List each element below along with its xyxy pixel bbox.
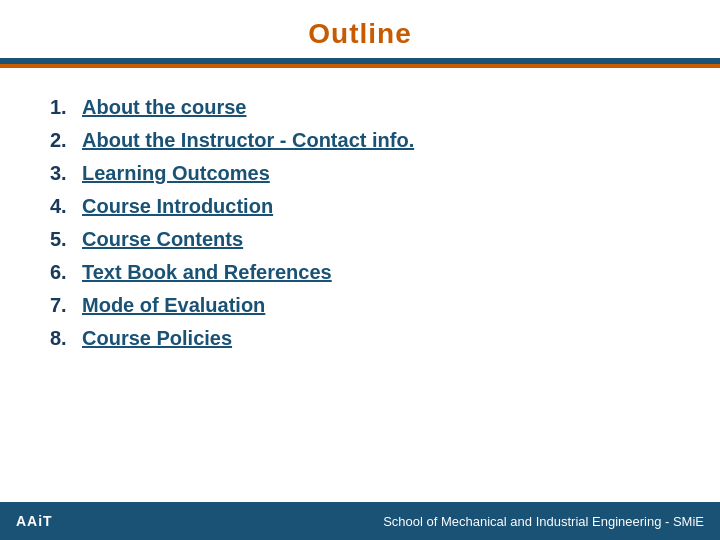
item-link[interactable]: Course Contents [82, 228, 243, 251]
item-number: 5. [50, 228, 82, 251]
list-item: 1.About the course [50, 96, 670, 119]
list-item: 2.About the Instructor - Contact info. [50, 129, 670, 152]
item-link[interactable]: About the course [82, 96, 246, 119]
footer-bar: AAiT School of Mechanical and Industrial… [0, 502, 720, 540]
item-link[interactable]: Mode of Evaluation [82, 294, 265, 317]
title-section: Outline [0, 0, 720, 58]
page-title: Outline [308, 18, 411, 49]
item-number: 1. [50, 96, 82, 119]
footer-right: School of Mechanical and Industrial Engi… [383, 514, 704, 529]
item-link[interactable]: Course Policies [82, 327, 232, 350]
list-item: 7.Mode of Evaluation [50, 294, 670, 317]
item-number: 3. [50, 162, 82, 185]
list-item: 6.Text Book and References [50, 261, 670, 284]
item-number: 4. [50, 195, 82, 218]
item-number: 6. [50, 261, 82, 284]
list-item: 5.Course Contents [50, 228, 670, 251]
item-number: 7. [50, 294, 82, 317]
item-number: 2. [50, 129, 82, 152]
list-item: 3.Learning Outcomes [50, 162, 670, 185]
footer-left: AAiT [16, 513, 53, 529]
item-link[interactable]: Learning Outcomes [82, 162, 270, 185]
item-link[interactable]: About the Instructor - Contact info. [82, 129, 414, 152]
outline-list: 1.About the course2.About the Instructor… [50, 96, 670, 360]
list-item: 8.Course Policies [50, 327, 670, 350]
page-container: Outline 1.About the course2.About the In… [0, 0, 720, 540]
item-link[interactable]: Text Book and References [82, 261, 332, 284]
list-item: 4.Course Introduction [50, 195, 670, 218]
content-area: 1.About the course2.About the Instructor… [0, 68, 720, 540]
item-number: 8. [50, 327, 82, 350]
item-link[interactable]: Course Introduction [82, 195, 273, 218]
